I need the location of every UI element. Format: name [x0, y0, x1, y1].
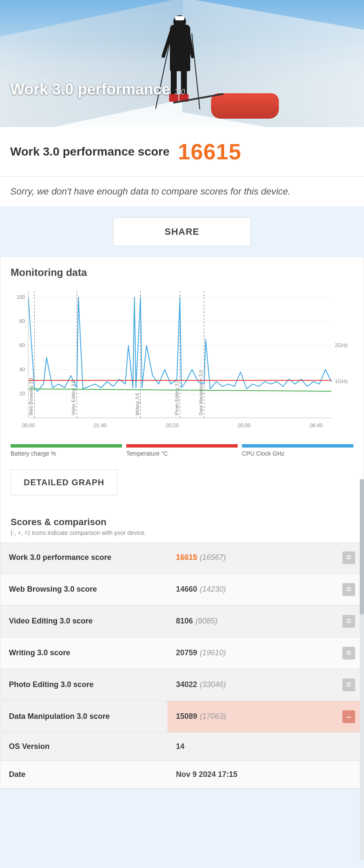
comparison-badge-cell	[334, 605, 364, 637]
score-label-cell: Photo Editing 3.0 score	[0, 669, 167, 701]
monitoring-title: Monitoring data	[0, 257, 364, 283]
comparison-badge-cell	[334, 760, 364, 788]
score-value-cell: 34022(33046)	[167, 669, 334, 701]
svg-text:80: 80	[19, 318, 25, 324]
table-row: Web Browsing 3.0 score14660(14230)	[0, 573, 364, 605]
svg-text:05:00: 05:00	[238, 423, 251, 428]
score-value-cell: 15089(17063)	[167, 701, 334, 732]
legend-labels: Battery charge % Temperature °C CPU Cloc…	[0, 449, 364, 465]
detailed-graph-button[interactable]: DETAILED GRAPH	[11, 470, 117, 495]
svg-text:20: 20	[19, 391, 25, 397]
comparison-badge-cell	[334, 542, 364, 574]
score-label-cell: Date	[0, 760, 167, 788]
svg-text:Data Manipulation 3.0: Data Manipulation 3.0	[198, 370, 203, 415]
score-label-cell: Writing 3.0 score	[0, 637, 167, 669]
score-value-cell: 14	[167, 732, 334, 760]
hero-title: Work 3.0 performance	[10, 81, 170, 98]
table-row: Work 3.0 performance score16615(16567)	[0, 542, 364, 574]
svg-text:00:00: 00:00	[22, 423, 35, 428]
table-row: OS Version14	[0, 732, 364, 760]
legend-bar-cpu	[242, 444, 353, 448]
legend-label-cpu: CPU Clock GHz	[242, 450, 353, 457]
table-row: Video Editing 3.0 score8106(8085)	[0, 605, 364, 637]
table-row: Photo Editing 3.0 score34022(33046)	[0, 669, 364, 701]
legend-bar-temperature	[126, 444, 238, 448]
svg-text:06:40: 06:40	[310, 423, 322, 428]
compare-note: Sorry, we don't have enough data to comp…	[0, 177, 364, 206]
hero-banner: Work 3.0 performance 3.0	[0, 0, 364, 127]
score-label-cell: Work 3.0 performance score	[0, 542, 167, 574]
svg-text:2GHz: 2GHz	[335, 342, 348, 348]
svg-text:03:20: 03:20	[166, 423, 179, 428]
legend-label-temperature: Temperature °C	[126, 450, 238, 457]
svg-text:Photo Editing 3.0: Photo Editing 3.0	[174, 380, 179, 415]
equal-icon	[342, 679, 355, 691]
legend-bar-battery	[11, 444, 122, 448]
score-value-cell: 8106(8085)	[167, 605, 334, 637]
score-value: 16615	[178, 139, 242, 164]
score-label: Work 3.0 performance score	[10, 145, 169, 159]
table-row: DateNov 9 2024 17:15	[0, 760, 364, 788]
monitoring-chart: 2040608010000:0001:4003:2005:0006:402GHz…	[0, 283, 364, 441]
score-row: Work 3.0 performance score 16615	[0, 127, 364, 177]
legend-bars	[0, 441, 364, 449]
comparison-badge-cell	[334, 669, 364, 701]
chart-svg: 2040608010000:0001:4003:2005:0006:402GHz…	[9, 287, 355, 439]
equal-icon	[342, 583, 355, 596]
equal-icon	[342, 551, 355, 564]
svg-text:100: 100	[17, 294, 25, 300]
comparison-badge-cell	[334, 637, 364, 669]
scrollbar[interactable]	[360, 479, 364, 789]
hero-title-suffix: 3.0	[175, 88, 185, 96]
minus-icon	[342, 710, 355, 723]
equal-icon	[342, 647, 355, 659]
scrollbar-thumb[interactable]	[360, 479, 364, 615]
share-button[interactable]: SHARE	[113, 217, 250, 246]
score-value-cell: 14660(14230)	[167, 573, 334, 605]
score-label-cell: OS Version	[0, 732, 167, 760]
comparison-badge-cell	[334, 573, 364, 605]
comparison-badge-cell	[334, 701, 364, 732]
score-value-cell: 16615(16567)	[167, 542, 334, 574]
score-label-cell: Data Manipulation 3.0 score	[0, 701, 167, 732]
legend-label-battery: Battery charge %	[11, 450, 122, 457]
svg-text:40: 40	[19, 367, 25, 373]
svg-text:01:40: 01:40	[94, 423, 107, 428]
score-value-cell: Nov 9 2024 17:15	[167, 760, 334, 788]
scores-title: Scores & comparison	[0, 508, 364, 529]
score-value-cell: 20759(19610)	[167, 637, 334, 669]
svg-text:1GHz: 1GHz	[335, 378, 348, 384]
scores-table: Work 3.0 performance score16615(16567)We…	[0, 542, 364, 789]
table-row: Data Manipulation 3.0 score15089(17063)	[0, 701, 364, 732]
svg-text:Writing 3.0: Writing 3.0	[135, 393, 140, 415]
score-label-cell: Web Browsing 3.0 score	[0, 573, 167, 605]
score-label-cell: Video Editing 3.0 score	[0, 605, 167, 637]
svg-text:60: 60	[19, 342, 25, 348]
table-row: Writing 3.0 score20759(19610)	[0, 637, 364, 669]
comparison-badge-cell	[334, 732, 364, 760]
equal-icon	[342, 615, 355, 628]
svg-text:Web Browsing 3.0: Web Browsing 3.0	[28, 378, 33, 415]
scores-subtitle: (-, +, =) Icons indicate comparison with…	[0, 529, 364, 542]
sled-illustration	[211, 93, 279, 119]
svg-text:Video Editing 3.0: Video Editing 3.0	[71, 380, 76, 415]
